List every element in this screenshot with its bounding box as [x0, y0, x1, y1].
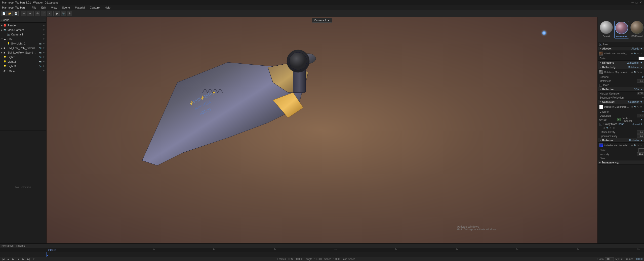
reflection-section-bar[interactable]: ▼ Reflection: GGX ▼	[598, 87, 644, 92]
scene-item-light2[interactable]: 💡 Light 2 📷 👁	[0, 59, 46, 64]
diffuse-cavity-value[interactable]: 1.0	[637, 130, 644, 134]
cavity-checkbox[interactable]: ✓	[599, 123, 602, 125]
diffusion-section-bar[interactable]: ▼ Diffusion: Lambertian ▼	[598, 60, 644, 65]
emissive-section-bar[interactable]: ▼ Emissive: Emissive ▼	[598, 138, 644, 143]
light1-cam-btn[interactable]: 📷	[39, 56, 42, 59]
albedo-color-swatch[interactable]	[638, 57, 644, 60]
menu-edit[interactable]: Edit	[40, 6, 47, 9]
cavity-edit-icon[interactable]: ✎	[609, 127, 612, 129]
light3-cam-btn[interactable]: 📷	[39, 65, 42, 68]
fog1-eye-btn[interactable]: 👁	[42, 69, 45, 72]
cavity-close-icon[interactable]: ✕	[613, 127, 615, 129]
minimize-btn[interactable]: ─	[631, 1, 634, 4]
emissive-search-icon[interactable]: 🔍	[634, 144, 636, 147]
specular-cavity-value[interactable]: 1.0	[637, 134, 644, 138]
metalness-edit-icon[interactable]: ✎	[637, 71, 639, 74]
occlusion-edit-icon[interactable]: ✎	[637, 106, 639, 108]
scene-item-sm-sword-01[interactable]: ▶ ◼ SM_Low_Poly_Sword_01 📷 👁	[0, 46, 46, 50]
metalness-settings-icon[interactable]: ⚙	[631, 71, 633, 74]
albedo-close-icon[interactable]: ✕	[640, 52, 642, 55]
scene-item-camera1[interactable]: 📷 Camera 1 👁	[0, 32, 46, 37]
sm-sword-003-cam-btn[interactable]: 📷	[39, 51, 42, 54]
cavity-settings-icon[interactable]: ⚙	[603, 127, 606, 129]
render-eye-btn[interactable]: 👁	[42, 24, 45, 27]
menu-capture[interactable]: Capture	[89, 6, 101, 9]
emissive-settings-icon[interactable]: ⚙	[631, 144, 633, 147]
scene-item-render[interactable]: ▶ 🔴 Render 👁	[0, 23, 46, 28]
scene-item-sky[interactable]: ▼ ☁ Sky 👁	[0, 37, 46, 41]
settings-btn[interactable]: ⚙	[67, 11, 72, 16]
menu-view[interactable]: View	[50, 6, 58, 9]
scene-item-fog1[interactable]: 🌫 Fog 1 👁	[0, 68, 46, 73]
horizon-occlusion-value[interactable]: 0.776	[637, 92, 644, 95]
rotate-btn[interactable]: ↺	[41, 11, 46, 16]
move-btn[interactable]: ✛	[35, 11, 40, 16]
occlusion-close-icon[interactable]: ✕	[640, 106, 642, 108]
camera1-eye-btn[interactable]: 👁	[42, 33, 45, 36]
light1-eye-btn[interactable]: 👁	[42, 56, 45, 59]
menu-scene[interactable]: Scene	[61, 6, 71, 9]
play-btn[interactable]: ▶	[12, 257, 15, 261]
timeline-content[interactable]: ▲	[0, 252, 644, 257]
menu-file[interactable]: File	[31, 6, 37, 9]
menu-material[interactable]: Material	[74, 6, 86, 9]
prev-frame-btn[interactable]: ◀	[7, 257, 10, 261]
scene-item-sm-sword-003[interactable]: ▶ ◼ SM_LowPoly_Sword_003 📷 👁	[0, 50, 46, 55]
properties-scroll[interactable]: ✓ Invert ▼ Albedo: Albedo ▼ Albedo Map: …	[598, 42, 644, 243]
scene-item-main-camera[interactable]: ▶ 📷 Main Camera 👁	[0, 28, 46, 32]
metalness-search-icon[interactable]: 🔍	[634, 71, 636, 74]
light2-eye-btn[interactable]: 👁	[42, 60, 45, 63]
main-camera-eye-btn[interactable]: 👁	[42, 28, 45, 31]
maximize-btn[interactable]: □	[636, 1, 637, 4]
invert-checkbox[interactable]: ✓	[599, 43, 602, 46]
close-btn[interactable]: ✕	[639, 1, 642, 4]
render-btn[interactable]: ▶	[55, 11, 60, 16]
sky-light-eye-btn[interactable]: 👁	[42, 42, 45, 45]
cavity-search-icon[interactable]: 🔍	[606, 127, 609, 129]
stop-btn[interactable]: ■	[17, 257, 20, 261]
viewport[interactable]: Camera 1 ▼ ⚡ᚱᚢ	[47, 17, 597, 243]
next-frame-btn[interactable]: ▶	[22, 257, 25, 261]
menu-help[interactable]: Help	[104, 6, 111, 9]
material-ball-pbrsword[interactable]: PBRSword	[630, 21, 643, 38]
uv-set-value[interactable]: 0	[617, 118, 621, 121]
scene-add-btn[interactable]: +	[44, 19, 45, 21]
capture-btn[interactable]: 📷	[61, 11, 66, 16]
scene-item-light1[interactable]: 💡 Light 1 📷 👁	[0, 55, 46, 59]
light3-eye-btn[interactable]: 👁	[42, 65, 45, 68]
metalness-num-field[interactable]: 1.0	[637, 79, 644, 83]
sm-sword-01-cam-btn[interactable]: 📷	[39, 47, 42, 50]
open-btn[interactable]: 📂	[7, 11, 13, 16]
emissive-intensity-value[interactable]: 10.0	[637, 152, 644, 156]
save-btn[interactable]: 💾	[13, 11, 19, 16]
new-btn[interactable]: 📄	[1, 11, 7, 16]
material-ball-newmat[interactable]: NewMat01	[614, 21, 629, 38]
sm-sword-003-eye-btn[interactable]: 👁	[42, 51, 45, 54]
occlusion-section-bar[interactable]: ▼ Occlusion: Occlusion ▼	[598, 100, 644, 104]
albedo-settings-icon[interactable]: ⚙	[631, 52, 633, 55]
sm-sword-01-eye-btn[interactable]: 👁	[42, 47, 45, 50]
go-to-end-btn[interactable]: ▶|	[27, 257, 30, 261]
emissive-edit-icon[interactable]: ✎	[637, 144, 639, 147]
loop-btn[interactable]: ↺	[32, 257, 35, 261]
occlusion-search-icon[interactable]: 🔍	[634, 106, 636, 108]
occlusion-settings-icon[interactable]: ⚙	[631, 106, 633, 108]
go-to-start-btn[interactable]: |◀	[2, 257, 5, 261]
metalness-close-icon[interactable]: ✕	[640, 71, 642, 74]
sun-position-indicator[interactable]	[542, 31, 547, 36]
material-ball-default[interactable]: Default	[600, 21, 613, 38]
albedo-section-bar[interactable]: ▼ Albedo: Albedo ▼	[598, 46, 644, 51]
emissive-close-icon[interactable]: ✕	[640, 144, 642, 147]
sky-eye-btn[interactable]: 👁	[42, 37, 45, 40]
scale-btn[interactable]: ⤡	[47, 11, 52, 16]
sky-light-cam-btn[interactable]: 📷	[39, 42, 42, 45]
reflectivity-invert-checkbox[interactable]	[599, 84, 602, 86]
albedo-edit-icon[interactable]: ✎	[637, 52, 639, 55]
go-to-input[interactable]	[605, 257, 614, 261]
light2-cam-btn[interactable]: 📷	[39, 60, 42, 63]
emissive-color-swatch[interactable]	[638, 148, 644, 152]
camera-label[interactable]: Camera 1 ▼	[312, 18, 332, 23]
undo-btn[interactable]: ↩	[21, 11, 26, 16]
scene-item-sky-light[interactable]: 💡 Sky Light_1 📷 👁	[0, 41, 46, 46]
reflectivity-section-bar[interactable]: ▼ Reflectivity: Metalness ▼	[598, 65, 644, 69]
